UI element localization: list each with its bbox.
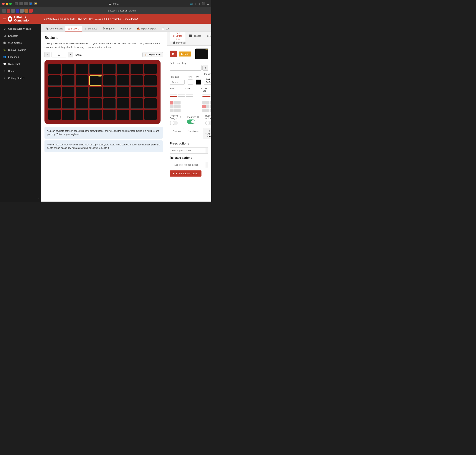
deck-button-2-2[interactable] [62, 75, 74, 86]
tab-triggers[interactable]: ⏱ Triggers [100, 26, 117, 32]
text-color-swatch[interactable] [188, 80, 193, 85]
url-bar[interactable]: 127.0.0.1 [39, 2, 188, 5]
tab-settings[interactable]: ⚙ Settings [117, 26, 134, 32]
deck-button-5-2[interactable] [62, 110, 74, 120]
deck-button-3-5[interactable] [103, 87, 116, 97]
deck-button-3-7[interactable] [131, 87, 143, 97]
deck-button-2-1[interactable] [48, 75, 61, 86]
deck-button-1-4[interactable] [89, 64, 102, 74]
deck-button-1-7[interactable] [131, 64, 143, 74]
sidebar-item-emulator[interactable]: 🖥 Emulator [0, 32, 41, 39]
deck-button-4-3[interactable] [76, 98, 88, 109]
progress-help[interactable]: ? [197, 116, 199, 118]
nav-back-icon[interactable]: ‹ [19, 2, 23, 5]
sidebar-item-web-buttons[interactable]: 🔘 Web buttons [0, 39, 41, 46]
relative-delays-toggle[interactable] [170, 121, 178, 125]
tab-import-export[interactable]: 📤 Import / Export [134, 26, 159, 32]
deck-button-2-3[interactable] [76, 75, 88, 86]
deck-button-4-6[interactable] [117, 98, 129, 109]
deck-button-4-5[interactable] [103, 98, 116, 109]
text-align-cell-5[interactable] [173, 105, 177, 108]
topbar-select[interactable]: Follow Default ▾ [204, 77, 211, 85]
release-action-dropdown[interactable]: ▾ [205, 162, 208, 168]
sidebar-item-getting-started[interactable]: ℹ Getting Started [0, 74, 41, 81]
add-step-button[interactable]: + + Add step [203, 128, 211, 139]
minimize-button[interactable] [6, 3, 8, 5]
reload-icon[interactable]: ↻ [194, 2, 197, 5]
copy-icon[interactable]: ⬛ [202, 2, 205, 5]
tab-presets[interactable]: ⬛ Presets [186, 33, 204, 39]
png-align-cell-8[interactable] [206, 109, 209, 112]
deck-button-5-7[interactable] [131, 110, 143, 120]
tab-log[interactable]: 📋 Log [159, 26, 172, 32]
deck-button-1-5[interactable] [103, 64, 116, 74]
deck-button-3-3[interactable] [76, 87, 88, 97]
tab-actions[interactable]: Actions [170, 128, 184, 139]
favicon-7[interactable] [29, 9, 33, 13]
text-align-cell-8[interactable] [173, 109, 177, 112]
sidebar-item-config[interactable]: ⚙ Configuration Wizard [0, 25, 41, 32]
font-size-select[interactable]: Auto ▾ [170, 80, 185, 85]
png-align-cell-5[interactable] [206, 105, 209, 108]
sidebar-item-donate[interactable]: $ Donate [0, 67, 41, 74]
relative-delays-help[interactable]: ? [180, 116, 181, 118]
text-align-cell-4[interactable] [170, 105, 173, 108]
deck-button-3-4[interactable] [89, 87, 102, 97]
test-button[interactable]: ▶ Test [179, 51, 191, 57]
next-page-button[interactable]: › [68, 52, 74, 57]
release-action-input[interactable] [170, 162, 205, 168]
sidebar-toggle-icon[interactable]: ⬛ [15, 2, 18, 5]
prev-page-button[interactable]: ‹ [44, 52, 50, 57]
deck-button-1-6[interactable] [117, 64, 129, 74]
press-action-dropdown[interactable]: ▾ [205, 148, 208, 153]
png-align-cell-9[interactable] [210, 109, 211, 112]
png-align-cell-3[interactable] [210, 101, 211, 105]
text-align-cell-2[interactable] [173, 101, 177, 105]
deck-button-2-4[interactable]: 1.12 [89, 75, 102, 86]
deck-button-5-1[interactable] [48, 110, 61, 120]
deck-button-4-4[interactable] [89, 98, 102, 109]
tab-edit-button[interactable]: ⊞ Edit Button 1.12 [170, 32, 185, 41]
nav-forward-icon[interactable]: › [24, 2, 28, 5]
deck-button-3-6[interactable] [117, 87, 129, 97]
tab-connections[interactable]: 🔌 Connections [43, 26, 66, 32]
png-align-cell-6[interactable] [210, 105, 211, 108]
png-align-cell-2[interactable] [206, 101, 209, 105]
close-button[interactable] [2, 3, 5, 5]
deck-button-2-6[interactable] [117, 75, 129, 86]
deck-button-3-2[interactable] [62, 87, 74, 97]
deck-button-5-5[interactable] [103, 110, 116, 120]
deck-button-4-7[interactable] [131, 98, 143, 109]
deck-button-5-4[interactable] [89, 110, 102, 120]
deck-button-3-1[interactable] [48, 87, 61, 97]
rotary-actions-toggle[interactable] [205, 121, 211, 125]
tab-variables[interactable]: $ Variables [205, 33, 211, 39]
tab-feedbacks[interactable]: Feedbacks [184, 128, 203, 139]
progress-toggle[interactable] [187, 120, 195, 124]
deck-button-5-8[interactable] [144, 110, 157, 120]
favicon-4[interactable] [16, 9, 19, 13]
favicon-1[interactable] [2, 9, 6, 13]
sidebar-item-bugs[interactable]: 🐛 Bugs & Features [0, 46, 41, 53]
deck-button-4-1[interactable] [48, 98, 61, 109]
button-text-input[interactable] [170, 65, 202, 71]
sidebar-collapse[interactable]: ‹ [0, 194, 41, 202]
hamburger-icon[interactable]: ☰ [3, 17, 6, 21]
deck-button-1-1[interactable] [48, 64, 61, 74]
deck-button-2-7[interactable] [131, 75, 143, 86]
collapse-icon[interactable]: ‹ [38, 196, 39, 199]
deck-button-1-8[interactable] [144, 64, 157, 74]
text-align-cell-1[interactable] [170, 101, 173, 105]
text-align-cell-7[interactable] [170, 109, 173, 112]
delete-button[interactable]: 🗑 [170, 51, 177, 57]
sidebar-item-facebook[interactable]: 👥 Facebook [0, 53, 41, 60]
maximize-button[interactable] [9, 3, 12, 5]
deck-button-1-2[interactable] [62, 64, 74, 74]
press-action-input[interactable] [170, 148, 205, 153]
deck-button-5-6[interactable] [117, 110, 129, 120]
download-icon[interactable]: ⬆ [198, 2, 200, 5]
text-align-cell-9[interactable] [177, 109, 181, 112]
favicon-2[interactable] [7, 9, 10, 13]
deck-button-4-8[interactable] [144, 98, 157, 109]
font-style-button[interactable]: A [202, 65, 208, 71]
